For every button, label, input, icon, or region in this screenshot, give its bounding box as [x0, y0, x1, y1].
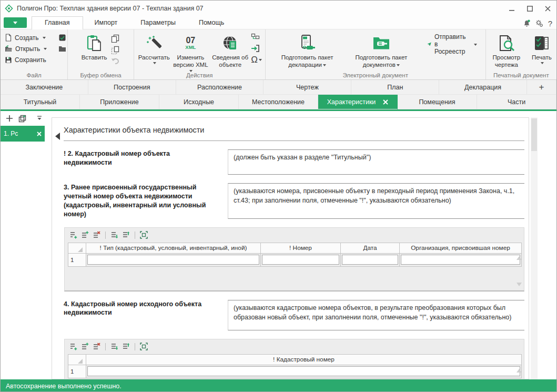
scroll-up-icon[interactable] [517, 256, 522, 260]
help-icon[interactable]: ? [548, 19, 552, 28]
delete-row-button[interactable] [92, 230, 101, 239]
table-cell-input[interactable] [401, 255, 520, 265]
copy-icon[interactable] [111, 34, 120, 43]
table-cell-input[interactable] [87, 366, 520, 376]
add-row-button[interactable] [69, 230, 78, 239]
field-source-cadastral-number: 4. Кадастровый номер исходного объекта н… [64, 300, 524, 330]
maximize-button[interactable] [521, 1, 539, 16]
move-row-down-button[interactable] [110, 230, 119, 239]
add-section-tab-button[interactable]: + [527, 80, 556, 95]
table-cell-input[interactable] [342, 255, 398, 265]
close-button[interactable] [539, 1, 556, 16]
save-button[interactable]: Сохранить [5, 54, 66, 65]
field-value-input[interactable]: (должен быть указан в разделе "Титульный… [228, 149, 524, 175]
tab-zaklyuchenie[interactable]: Заключение [1, 80, 88, 95]
table-cell-input[interactable] [262, 255, 339, 265]
field-cadastral-number: ! 2. Кадастровый номер объекта недвижимо… [64, 149, 524, 175]
field-previous-number: 3. Ранее присвоенный государственный уче… [64, 183, 524, 219]
object-info-button[interactable]: Сведения об объекте [211, 32, 249, 73]
expand-table-button[interactable] [139, 230, 148, 239]
magic-wand-icon [146, 34, 162, 53]
table-toolbar [65, 228, 524, 241]
new-from-template-icon[interactable] [58, 34, 66, 42]
import-icon[interactable] [251, 44, 264, 53]
structure-icon[interactable] [251, 33, 264, 42]
tab-prilozhenie[interactable]: Приложение [80, 95, 159, 109]
field-value-input[interactable]: (указываются кадастровые номера объектов… [228, 300, 524, 330]
drawing-preview-button[interactable]: Просмотр чертежа [488, 32, 525, 69]
vertical-scrollbar[interactable] [531, 117, 538, 379]
tab-titulnyi[interactable]: Титульный [1, 95, 80, 109]
menu-tab-glavnaya[interactable]: Главная [32, 16, 83, 29]
omega-symbol-button[interactable]: Ω [251, 55, 264, 64]
tab-kharakteristiki-active[interactable]: Характеристики [318, 95, 398, 109]
notifications-bell-icon[interactable] [523, 19, 531, 27]
tab-plan[interactable]: План [351, 80, 439, 95]
close-tab-icon[interactable] [383, 99, 388, 105]
menu-tab-import[interactable]: Импорт [83, 17, 129, 29]
ribbon-group-actions: Рассчитать 07XML Изменить версию XML Све… [134, 29, 266, 79]
prepare-declaration-package-button[interactable]: Подготовить пакет декларации [272, 32, 343, 69]
sidebar-menu-button[interactable] [37, 116, 42, 120]
menu-tab-parametry[interactable]: Параметры [129, 17, 187, 29]
tab-deklaratsiya[interactable]: Декларация [439, 80, 527, 95]
tab-chasti[interactable]: Части [477, 95, 556, 109]
print-button[interactable]: Печать [529, 32, 554, 69]
chevron-down-icon [44, 48, 47, 52]
toolbar-separator [135, 232, 135, 239]
scrollbar-thumb[interactable] [531, 118, 537, 151]
field-label: ! 2. Кадастровый номер объекта недвижимо… [64, 149, 228, 175]
tab-chertezh[interactable]: Чертеж [264, 80, 351, 95]
collapse-sidebar-arrow-icon[interactable] [55, 133, 60, 140]
title-bar: Полигон Про: Техплан здания версии 07 - … [1, 1, 556, 16]
toolbar-separator [105, 232, 106, 239]
move-row-up-button[interactable] [121, 342, 130, 351]
chevron-down-icon [43, 37, 46, 41]
previous-numbers-table: ! Тип (кадастровый, условный, инвентарны… [68, 243, 522, 267]
section-tabs-row1: Заключение Построения Расположение Черте… [1, 80, 556, 95]
tab-mestopolozhenie[interactable]: Местоположение [239, 95, 318, 109]
column-header-date: Дата [341, 243, 400, 253]
ribbon-group-edocument: Подготовить пакет декларации Подготовить… [266, 29, 486, 79]
window-title: Полигон Про: Техплан здания версии 07 - … [17, 5, 503, 12]
row-number-cell[interactable]: 1 [68, 253, 86, 266]
scroll-down-icon[interactable] [517, 283, 522, 286]
settings-gear-icon[interactable] [535, 19, 543, 27]
move-row-down-button[interactable] [110, 342, 119, 351]
object-tab-item[interactable]: 1. Рс [1, 126, 45, 142]
duplicate-object-button[interactable] [18, 115, 27, 123]
menu-tab-pomosch[interactable]: Помощь [187, 17, 236, 29]
close-object-icon[interactable] [37, 132, 42, 136]
tab-iskhodnye[interactable]: Исходные [159, 95, 239, 109]
insert-row-button[interactable] [80, 342, 89, 351]
move-row-up-button[interactable] [121, 230, 130, 239]
send-to-rosreestr-button[interactable]: Отправить в Росреестр [427, 33, 481, 55]
tab-pomeshcheniya[interactable]: Помещения [398, 95, 477, 109]
prepare-documents-package-button[interactable]: Подготовить пакет документов [346, 32, 417, 69]
tab-postroeniya[interactable]: Построения [88, 80, 176, 95]
field-value-input[interactable]: (указываются номера, присвоенные объекту… [228, 183, 524, 219]
calculate-button[interactable]: Рассчитать [138, 32, 170, 73]
change-xml-version-button[interactable]: 07XML Изменить версию XML [172, 32, 209, 73]
create-button[interactable]: Создать [5, 32, 66, 43]
app-menu-button[interactable] [4, 17, 27, 28]
expand-table-button[interactable] [139, 342, 148, 351]
table-cell-input[interactable] [87, 255, 259, 265]
open-button[interactable]: Открыть [5, 43, 66, 54]
insert-row-button[interactable] [80, 230, 89, 239]
undo-icon[interactable] [111, 57, 120, 65]
minimize-button[interactable] [503, 1, 521, 16]
scroll-up-icon[interactable] [517, 369, 522, 373]
row-number-cell[interactable]: 1 [68, 365, 86, 378]
add-row-button[interactable] [69, 342, 78, 351]
folder-icon[interactable] [58, 45, 66, 52]
new-document-icon [5, 34, 12, 42]
delete-row-button[interactable] [92, 342, 101, 351]
table-row: 1 [68, 365, 522, 378]
tab-raspolozhenie[interactable]: Расположение [176, 80, 264, 95]
add-object-button[interactable] [6, 115, 13, 122]
paste-special-icon[interactable] [111, 46, 120, 54]
paste-button[interactable]: Вставить [82, 32, 107, 65]
chevron-down-icon [397, 64, 400, 68]
ribbon-group-label-edocument: Электронный документ [266, 72, 485, 78]
